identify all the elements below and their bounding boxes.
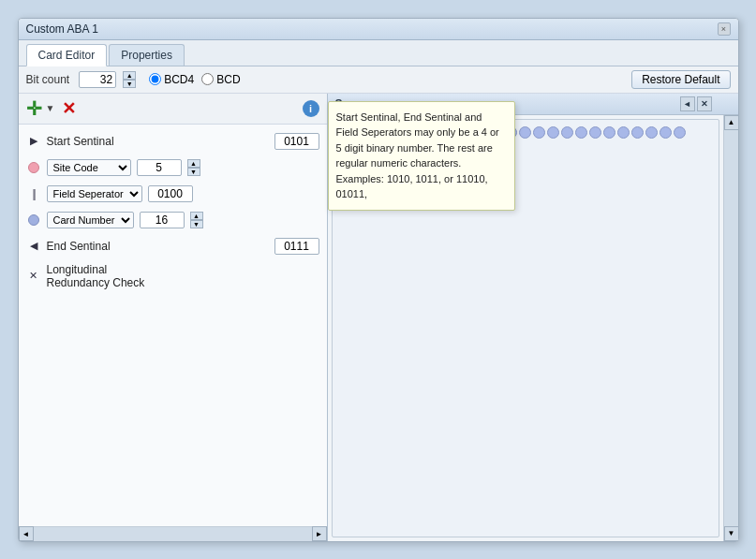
left-panel: ✛ ▼ ✕ i ▶ Start Sentinal (19, 94, 328, 541)
action-bar: ✛ ▼ ✕ i (19, 94, 327, 125)
tabs-bar: Card Editor Properties (19, 40, 738, 66)
field-row-start-sentinal: ▶ Start Sentinal (19, 128, 327, 154)
end-sentinal-input[interactable] (274, 238, 319, 255)
field-row-end-sentinal: ◀ End Sentinal (19, 233, 327, 259)
card-number-select[interactable]: Card Number (47, 212, 134, 228)
site-code-select[interactable]: Site Code (47, 159, 131, 176)
bit-count-spinner: ▲ ▼ (123, 71, 136, 88)
right-scrollbar: ▲ ▼ (723, 115, 738, 541)
card-number-spin-up[interactable]: ▲ (190, 212, 203, 220)
window-title: Custom ABA 1 (26, 22, 98, 36)
site-code-spin-up[interactable]: ▲ (187, 159, 200, 168)
seq-dot-blue-9 (519, 126, 531, 139)
site-code-input[interactable] (137, 159, 182, 176)
tooltip-text: Start Sentinal, End Sentinal and Field S… (336, 111, 499, 200)
lrc-icon: ✕ (26, 269, 41, 284)
seq-dot-blue-16 (617, 126, 630, 139)
right-scroll-up[interactable]: ▲ (724, 115, 738, 130)
start-sentinal-icon: ▶ (26, 134, 41, 149)
end-sentinal-icon: ◀ (26, 239, 41, 254)
add-dropdown-arrow[interactable]: ▼ (46, 103, 55, 113)
end-sentinal-label: End Sentinal (47, 240, 269, 253)
toolbar: Bit count ▲ ▼ BCD4 BCD Restore Default (19, 66, 738, 94)
card-number-spin-down[interactable]: ▼ (190, 220, 203, 228)
title-bar: Custom ABA 1 × (19, 19, 738, 40)
field-row-site-code: Site Code ▲ ▼ (19, 154, 327, 181)
left-scroll-right[interactable]: ► (312, 526, 327, 541)
seq-dot-blue-19 (660, 126, 672, 139)
seq-dot-blue-18 (645, 126, 658, 139)
field-row-lrc: ✕ LongitudinalRedundancy Check (19, 259, 327, 293)
seq-dot-blue-17 (631, 126, 644, 139)
site-code-spinner: ▲ ▼ (187, 159, 200, 176)
card-number-icon (26, 213, 41, 228)
field-row-field-separator: || Field Seperator (19, 181, 327, 207)
delete-button[interactable]: ✕ (62, 98, 76, 119)
spin-up[interactable]: ▲ (123, 71, 136, 80)
start-sentinal-label: Start Sentinal (47, 135, 269, 148)
seq-dot-blue-20 (674, 126, 686, 139)
bit-count-label: Bit count (26, 73, 70, 86)
seq-dot-blue-13 (575, 126, 587, 139)
right-scroll-thumb[interactable] (724, 130, 738, 526)
left-scroll-left[interactable]: ◄ (19, 526, 34, 541)
restore-default-button[interactable]: Restore Default (631, 70, 730, 89)
site-code-icon (26, 160, 41, 175)
left-bottom-scrollbar: ◄ ► (19, 526, 327, 541)
add-button[interactable]: ✛ (26, 97, 42, 120)
site-code-spin-down[interactable]: ▼ (187, 168, 200, 176)
field-row-card-number: Card Number ▲ ▼ (19, 207, 327, 233)
seq-dot-blue-15 (603, 126, 615, 139)
main-window: Custom ABA 1 × Card Editor Properties Bi… (18, 18, 739, 542)
field-separator-select[interactable]: Field Seperator (47, 185, 142, 202)
lrc-label: LongitudinalRedundancy Check (47, 263, 319, 289)
tab-properties[interactable]: Properties (109, 44, 185, 66)
radio-bcd4[interactable]: BCD4 (149, 73, 194, 86)
seq-dot-blue-12 (561, 126, 573, 139)
sequence-prev-btn[interactable]: ◄ (680, 96, 695, 111)
seq-dot-blue-10 (533, 126, 545, 139)
card-number-input[interactable] (140, 212, 185, 228)
card-number-spinner: ▲ ▼ (190, 212, 203, 228)
seq-dot-blue-11 (547, 126, 559, 139)
left-scroll-thumb[interactable] (34, 527, 312, 541)
radio-group: BCD4 BCD (149, 73, 240, 86)
tab-card-editor[interactable]: Card Editor (26, 44, 108, 66)
seq-dot-blue-14 (589, 126, 601, 139)
bit-count-input[interactable] (79, 71, 116, 88)
radio-bcd[interactable]: BCD (201, 73, 240, 86)
start-sentinal-input[interactable] (274, 133, 319, 150)
fields-list: ▶ Start Sentinal Site Code ▲ ▼ (19, 125, 327, 526)
tooltip-popup: Start Sentinal, End Sentinal and Field S… (328, 101, 515, 211)
spin-down[interactable]: ▼ (123, 80, 136, 88)
close-button[interactable]: × (718, 22, 731, 36)
main-content: ✛ ▼ ✕ i ▶ Start Sentinal (19, 94, 738, 541)
sequence-close-btn[interactable]: ✕ (697, 96, 712, 111)
field-separator-input[interactable] (148, 185, 193, 202)
right-scroll-down[interactable]: ▼ (724, 526, 738, 541)
info-button[interactable]: i (303, 100, 319, 117)
field-separator-icon: || (26, 186, 41, 201)
